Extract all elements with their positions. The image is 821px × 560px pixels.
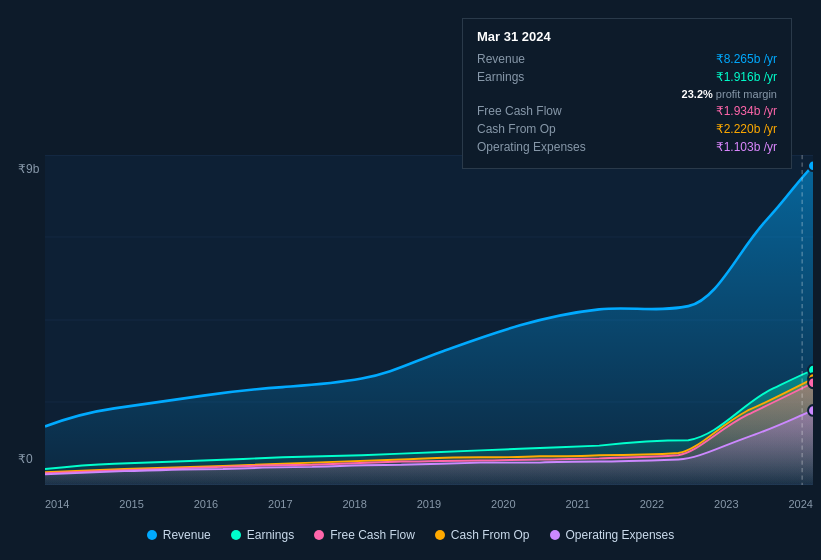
legend-dot-cfo [435, 530, 445, 540]
legend-item-opex[interactable]: Operating Expenses [550, 528, 675, 542]
legend-item-earnings[interactable]: Earnings [231, 528, 294, 542]
tooltip-row-earnings: Earnings ₹1.916b /yr [477, 70, 777, 84]
legend-dot-opex [550, 530, 560, 540]
legend-item-cfo[interactable]: Cash From Op [435, 528, 530, 542]
tooltip-box: Mar 31 2024 Revenue ₹8.265b /yr Earnings… [462, 18, 792, 169]
legend-item-revenue[interactable]: Revenue [147, 528, 211, 542]
x-label-2022: 2022 [640, 498, 664, 510]
legend-dot-fcf [314, 530, 324, 540]
x-label-2018: 2018 [342, 498, 366, 510]
tooltip-title: Mar 31 2024 [477, 29, 777, 44]
tooltip-value-opex: ₹1.103b /yr [716, 140, 777, 154]
tooltip-label-earnings: Earnings [477, 70, 607, 84]
tooltip-row-opex: Operating Expenses ₹1.103b /yr [477, 140, 777, 154]
legend-dot-earnings [231, 530, 241, 540]
x-label-2017: 2017 [268, 498, 292, 510]
legend-item-fcf[interactable]: Free Cash Flow [314, 528, 415, 542]
tooltip-value-earnings: ₹1.916b /yr [716, 70, 777, 84]
tooltip-label-opex: Operating Expenses [477, 140, 607, 154]
tooltip-value-fcf: ₹1.934b /yr [716, 104, 777, 118]
x-label-2014: 2014 [45, 498, 69, 510]
tooltip-label-fcf: Free Cash Flow [477, 104, 607, 118]
tooltip-label-cfo: Cash From Op [477, 122, 607, 136]
x-label-2020: 2020 [491, 498, 515, 510]
chart-container: Mar 31 2024 Revenue ₹8.265b /yr Earnings… [0, 0, 821, 560]
tooltip-row-cfo: Cash From Op ₹2.220b /yr [477, 122, 777, 136]
x-axis-labels: 2014 2015 2016 2017 2018 2019 2020 2021 … [45, 498, 813, 510]
legend-dot-revenue [147, 530, 157, 540]
legend-label-fcf: Free Cash Flow [330, 528, 415, 542]
x-label-2021: 2021 [565, 498, 589, 510]
tooltip-label-revenue: Revenue [477, 52, 607, 66]
tooltip-value-cfo: ₹2.220b /yr [716, 122, 777, 136]
chart-area [45, 155, 813, 485]
legend-label-cfo: Cash From Op [451, 528, 530, 542]
revenue-dot [808, 160, 813, 171]
x-label-2023: 2023 [714, 498, 738, 510]
tooltip-row-fcf: Free Cash Flow ₹1.934b /yr [477, 104, 777, 118]
x-label-2024: 2024 [788, 498, 812, 510]
legend: Revenue Earnings Free Cash Flow Cash Fro… [0, 528, 821, 542]
x-label-2019: 2019 [417, 498, 441, 510]
y-axis-top-label: ₹9b [18, 162, 39, 176]
legend-label-revenue: Revenue [163, 528, 211, 542]
profit-margin-row: 23.2% profit margin [477, 88, 777, 100]
tooltip-value-revenue: ₹8.265b /yr [716, 52, 777, 66]
chart-svg [45, 155, 813, 485]
tooltip-row-revenue: Revenue ₹8.265b /yr [477, 52, 777, 66]
legend-label-earnings: Earnings [247, 528, 294, 542]
legend-label-opex: Operating Expenses [566, 528, 675, 542]
opex-dot [808, 405, 813, 416]
x-label-2016: 2016 [194, 498, 218, 510]
profit-margin-text: 23.2% profit margin [682, 88, 777, 100]
fcf-dot [808, 377, 813, 388]
x-label-2015: 2015 [119, 498, 143, 510]
y-axis-bottom-label: ₹0 [18, 452, 33, 466]
